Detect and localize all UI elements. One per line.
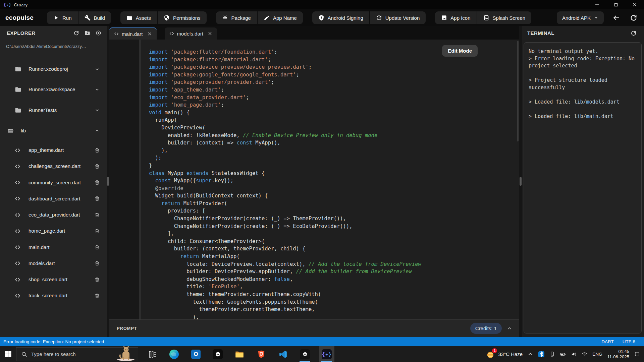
build-target-dropdown[interactable]: Android APK [557, 11, 604, 24]
system-tray: 1 33°C Haze [486, 349, 644, 360]
splitter-handle[interactable] [107, 177, 109, 186]
file-item-home_page-dart[interactable]: home_page.dart [0, 226, 107, 236]
file-item-models-dart[interactable]: models.dart [0, 258, 107, 269]
prompt-expand-button[interactable] [507, 326, 512, 331]
minimize-button[interactable] [588, 0, 606, 9]
splash-screen-button[interactable]: Splash Screen [477, 11, 532, 24]
app-icon-button[interactable]: App Icon [435, 11, 476, 24]
unity-hub-icon [300, 349, 310, 359]
terminal-splitter[interactable] [519, 26, 522, 337]
tray-expand-button[interactable] [528, 351, 533, 357]
credits-badge[interactable]: Credits: 1 [470, 323, 502, 334]
taskbar-app-edge[interactable] [166, 346, 182, 362]
folder-item-runnertests[interactable]: RunnerTests [0, 103, 107, 118]
splitter-handle[interactable] [520, 177, 522, 186]
folder-item-lib[interactable]: lib [0, 123, 107, 138]
editor-scrollbar[interactable] [517, 41, 519, 141]
chevron-down-icon[interactable] [94, 107, 100, 113]
back-button[interactable] [611, 13, 621, 23]
taskbar-app-brave[interactable] [254, 346, 269, 362]
file-item-shop_screen-dart[interactable]: shop_screen.dart [0, 274, 107, 285]
input-language[interactable]: ENG [592, 352, 602, 357]
android-signing-button[interactable]: Android Signing [312, 11, 369, 24]
network-button[interactable] [582, 351, 587, 357]
clock[interactable]: 01:45 11-06-2025 [607, 349, 629, 360]
volume-button[interactable] [571, 351, 577, 357]
notification-count-badge: 1 [492, 348, 497, 353]
phone-link-button[interactable] [549, 351, 555, 357]
bluetooth-button[interactable] [538, 351, 544, 357]
file-item-dashboard_screen-dart[interactable]: dashboard_screen.dart [0, 193, 107, 204]
trash-icon[interactable] [94, 260, 100, 266]
assets-button[interactable]: Assets [120, 11, 157, 24]
edit-mode-button[interactable]: Edit Mode [442, 45, 478, 57]
chevron-down-icon[interactable] [94, 87, 100, 93]
new-folder-button[interactable] [84, 29, 91, 37]
sidebar-splitter[interactable] [107, 26, 109, 337]
trash-icon[interactable] [94, 196, 100, 201]
new-file-button[interactable] [95, 29, 102, 37]
edge-icon [169, 350, 179, 359]
taskbar-search[interactable] [16, 347, 138, 361]
trash-icon[interactable] [94, 277, 100, 283]
file-name: eco_data_provider.dart [29, 212, 82, 218]
tab-models-dart[interactable]: models.dart [165, 27, 217, 40]
run-button[interactable]: Run [47, 11, 78, 24]
chevron-down-icon[interactable] [94, 66, 100, 72]
battery-button[interactable] [560, 351, 566, 357]
close-button[interactable] [625, 0, 644, 9]
trash-icon[interactable] [94, 180, 100, 185]
taskbar-app-vscode[interactable] [275, 346, 291, 362]
code-content[interactable]: import 'package:flutter/foundation.dart'… [141, 40, 519, 319]
taskbar-app-outlook[interactable]: O [188, 346, 204, 362]
trash-icon[interactable] [94, 293, 100, 299]
folder-open-icon [7, 127, 14, 134]
explorer-refresh-button[interactable] [72, 29, 80, 37]
file-item-app_theme-dart[interactable]: app_theme.dart [0, 145, 107, 156]
minimize-icon [595, 3, 599, 7]
folder-item-runner.xcodeproj[interactable]: Runner.xcodeproj [0, 62, 107, 76]
weather-widget[interactable]: 1 33°C Haze [486, 350, 523, 359]
maximize-button[interactable] [606, 0, 625, 9]
battery-icon [560, 351, 566, 357]
task-view-button[interactable] [145, 346, 160, 362]
folder-item-runner.xcworkspace[interactable]: Runner.xcworkspace [0, 82, 107, 97]
tab-close-icon[interactable] [147, 32, 152, 36]
file-item-challenges_screen-dart[interactable]: challenges_screen.dart [0, 161, 107, 172]
trash-icon[interactable] [94, 147, 100, 153]
taskbar-app-file-explorer[interactable] [232, 346, 247, 362]
button-label: Android Signing [328, 15, 363, 21]
trash-icon[interactable] [94, 244, 100, 250]
status-language[interactable]: DART [601, 339, 614, 344]
update-version-button[interactable]: Update Version [370, 11, 426, 24]
taskbar-app-crazzy[interactable]: {✦} [319, 346, 334, 362]
chevron-up-icon[interactable] [94, 128, 100, 133]
tab-main-dart[interactable]: main.dart [109, 27, 157, 40]
action-center-button[interactable] [634, 351, 640, 357]
terminal-output[interactable]: No terminal output yet.> Error loading c… [524, 42, 642, 334]
start-button[interactable] [0, 346, 16, 362]
file-item-eco_data_provider-dart[interactable]: eco_data_provider.dart [0, 209, 107, 220]
reload-button[interactable] [629, 13, 639, 23]
taskbar-app-unity[interactable] [210, 346, 225, 362]
file-item-community_screen-dart[interactable]: community_screen.dart [0, 177, 107, 188]
file-item-track_screen-dart[interactable]: track_screen.dart [0, 290, 107, 301]
taskbar-app-unity-hub[interactable] [297, 346, 313, 362]
build-button[interactable]: Build [78, 11, 111, 24]
trash-icon[interactable] [94, 228, 100, 234]
cat-image[interactable] [114, 345, 136, 361]
code-editor[interactable]: import 'package:flutter/foundation.dart'… [109, 40, 519, 319]
tab-close-icon[interactable] [208, 31, 212, 36]
terminal-line: > Loaded file: lib/models.dart [529, 99, 637, 106]
code-file-icon [15, 293, 20, 299]
bluetooth-icon [538, 351, 544, 357]
app-name-button[interactable]: App Name [258, 11, 303, 24]
package-button[interactable]: Package [216, 11, 257, 24]
terminal-refresh-button[interactable] [629, 28, 639, 38]
file-item-main-dart[interactable]: main.dart [0, 242, 107, 253]
status-encoding[interactable]: UTF-8 [623, 339, 635, 344]
permissions-button[interactable]: Permissions [158, 11, 207, 24]
code-line: locale: DevicePreview.locale(context), /… [149, 260, 519, 268]
trash-icon[interactable] [94, 212, 100, 218]
trash-icon[interactable] [94, 164, 100, 169]
